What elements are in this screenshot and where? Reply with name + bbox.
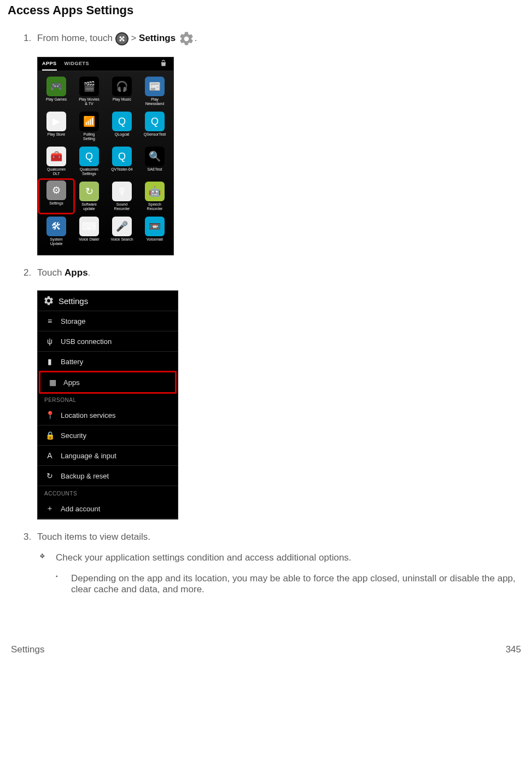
step-1-mid: > <box>131 33 139 43</box>
row-icon: 📍 <box>45 411 54 419</box>
app-icon: 🎙 <box>112 182 132 201</box>
app-icon: 🧰 <box>46 147 66 166</box>
app-icon: ▶ <box>46 112 66 131</box>
screenshot-apps-drawer: APPS WIDGETS 🎮Play Games🎬Play Movies & T… <box>37 57 174 255</box>
step-3-text: Touch items to view details. <box>37 532 150 542</box>
app-label: Play Music <box>113 97 131 106</box>
app-icon: Q <box>112 147 132 166</box>
play-store-icon[interactable] <box>159 60 168 67</box>
sub-bullet-square: Depending on the app and its location, y… <box>52 573 524 595</box>
app-label: QSensorTest <box>144 132 166 141</box>
row-label: Storage <box>61 317 86 325</box>
row-icon: 🔒 <box>45 431 54 440</box>
step-2-suffix: . <box>88 267 91 278</box>
app-label: QVTester-04 <box>111 167 132 176</box>
app-icon: Q <box>145 112 165 131</box>
settings-category-personal: PERSONAL <box>38 393 178 405</box>
row-icon: ＋ <box>45 504 54 513</box>
app-qsensortest[interactable]: QQSensorTest <box>138 110 171 142</box>
app-label: Voice Search <box>110 237 133 246</box>
app-speech-recorder[interactable]: 🤖Speech Recorder <box>138 180 171 212</box>
app-play-movies-tv[interactable]: 🎬Play Movies & TV <box>73 75 106 107</box>
row-icon: ψ <box>45 337 54 346</box>
row-label: Add account <box>61 505 100 513</box>
gear-icon <box>178 31 195 47</box>
row-icon: ▮ <box>45 357 54 366</box>
step-1: From home, touch > Settings . APPS WIDGE… <box>34 31 524 255</box>
app-icon: Q <box>112 112 132 131</box>
app-label: Qualcomm Settings <box>80 167 98 176</box>
app-qlogcat[interactable]: QQLogcat <box>106 110 138 142</box>
app-system-update[interactable]: 🛠System Update <box>40 215 73 247</box>
tab-widgets[interactable]: WIDGETS <box>65 61 90 71</box>
app-label: Polling Setting <box>83 132 95 141</box>
row-label: Security <box>61 431 86 440</box>
settings-row-backup-reset[interactable]: ↻Backup & reset <box>38 466 178 486</box>
app-label: System Update <box>50 237 62 246</box>
app-play-music[interactable]: 🎧Play Music <box>106 75 138 107</box>
app-icon: 📰 <box>145 77 165 96</box>
footer-left: Settings <box>11 644 44 655</box>
row-label: Location services <box>61 411 115 419</box>
app-polling-setting[interactable]: 📶Polling Setting <box>73 110 106 142</box>
row-icon: ≡ <box>45 317 54 325</box>
step-1-prefix: From home, touch <box>37 33 115 43</box>
app-icon: 📶 <box>79 112 99 131</box>
app-label: QLogcat <box>115 132 129 141</box>
app-qvtester-04[interactable]: QQVTester-04 <box>106 145 138 177</box>
app-qualcomm-settings[interactable]: QQualcomm Settings <box>73 145 106 177</box>
row-label: Apps <box>63 378 80 387</box>
app-voice-search[interactable]: 🎤Voice Search <box>106 215 138 247</box>
app-label: Voicemail <box>147 237 163 246</box>
gear-icon <box>43 295 54 306</box>
row-label: Language & input <box>61 452 116 460</box>
app-icon: 🎧 <box>112 77 132 96</box>
settings-row-battery[interactable]: ▮Battery <box>38 352 178 372</box>
settings-row-add-account[interactable]: ＋Add account <box>38 499 178 519</box>
settings-row-security[interactable]: 🔒Security <box>38 425 178 446</box>
row-icon: A <box>45 451 54 460</box>
app-label: Software update <box>81 202 97 211</box>
tab-apps[interactable]: APPS <box>42 61 57 71</box>
row-label: USB connection <box>61 337 112 346</box>
app-play-store[interactable]: ▶Play Store <box>40 110 73 142</box>
app-saetest[interactable]: 🔍SAETest <box>138 145 171 177</box>
app-icon: 📼 <box>145 217 165 236</box>
settings-row-storage[interactable]: ≡Storage <box>38 311 178 331</box>
app-icon: 🛠 <box>46 217 66 236</box>
row-icon: ↻ <box>45 471 54 480</box>
app-sound-recorder[interactable]: 🎙Sound Recorder <box>106 180 138 212</box>
screenshot-settings-list: Settings ≡StorageψUSB connection▮Battery… <box>37 290 178 520</box>
settings-header-label: Settings <box>59 296 88 306</box>
app-label: Speech Recorder <box>147 202 163 211</box>
app-play-newsstand[interactable]: 📰Play Newsstand <box>138 75 171 107</box>
settings-row-apps[interactable]: ▦Apps <box>39 371 177 394</box>
app-label: Play Games <box>46 97 67 106</box>
step-1-suffix: . <box>195 33 197 43</box>
settings-row-usb-connection[interactable]: ψUSB connection <box>38 331 178 352</box>
app-voicemail[interactable]: 📼Voicemail <box>138 215 171 247</box>
app-icon: 🎤 <box>112 217 132 236</box>
app-icon: 🤖 <box>145 182 165 201</box>
app-label: Play Store <box>48 132 65 141</box>
app-settings[interactable]: ⚙Settings <box>39 179 74 213</box>
app-label: SAETest <box>148 167 162 176</box>
app-play-games[interactable]: 🎮Play Games <box>40 75 73 107</box>
app-label: Sound Recorder <box>114 202 130 211</box>
sub-bullet-diamond: Check your application settings conditio… <box>37 552 524 563</box>
app-qualcomm-dlt[interactable]: 🧰Qualcomm DLT <box>40 145 73 177</box>
app-icon: ⌨ <box>79 217 99 236</box>
step-1-settings-label: Settings <box>139 33 176 43</box>
app-label: Voice Dialer <box>79 237 99 246</box>
app-software-update[interactable]: ↻Software update <box>73 180 106 212</box>
settings-row-language-input[interactable]: ALanguage & input <box>38 446 178 466</box>
app-icon: 🔍 <box>145 147 165 166</box>
row-icon: ▦ <box>48 378 57 387</box>
app-icon: ⚙ <box>46 180 66 200</box>
step-2-apps-label: Apps <box>65 267 88 278</box>
app-voice-dialer[interactable]: ⌨Voice Dialer <box>73 215 106 247</box>
settings-header: Settings <box>38 291 178 311</box>
settings-row-location-services[interactable]: 📍Location services <box>38 405 178 425</box>
app-icon: 🎮 <box>46 77 66 96</box>
footer-page-number: 345 <box>506 644 521 655</box>
